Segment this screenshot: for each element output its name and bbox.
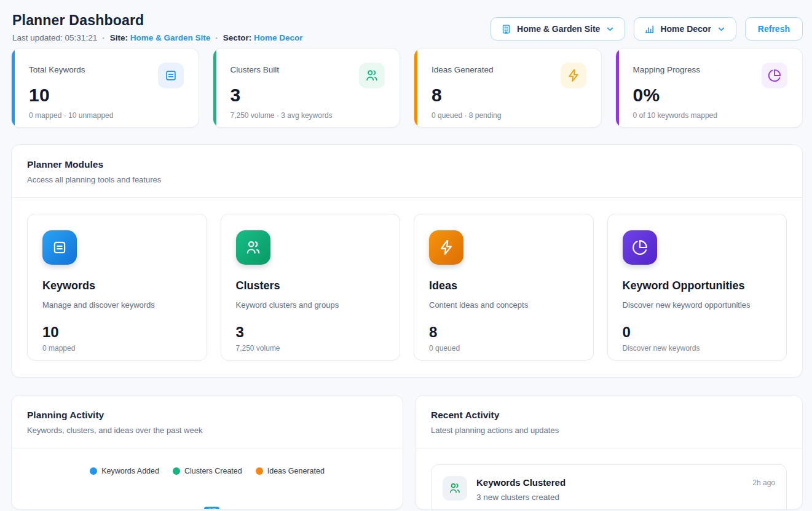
lightning-icon — [561, 63, 586, 88]
module-card-clusters[interactable]: Clusters Keyword clusters and groups 3 7… — [221, 214, 401, 361]
sector-link[interactable]: Home Decor — [254, 33, 303, 42]
module-subtext: 0 mapped — [42, 344, 192, 353]
planning-activity-subtitle: Keywords, clusters, and ideas over the p… — [27, 426, 387, 435]
recent-activity-subtitle: Latest planning actions and updates — [431, 426, 787, 435]
header-left: Planner Dashboard Last updated: 05:31:21… — [12, 12, 303, 42]
module-subtext: Discover new keywords — [623, 344, 772, 353]
chevron-down-icon — [717, 25, 726, 34]
sector-selector-button[interactable]: Home Decor — [634, 17, 736, 41]
module-card-keyword-opportunities[interactable]: Keyword Opportunities Discover new keywo… — [607, 214, 787, 361]
activity-item-description: 3 new clusters created — [476, 493, 775, 502]
module-title: Clusters — [236, 279, 385, 292]
activity-chart: Keywords Added Clusters Created Ideas Ge… — [12, 467, 403, 510]
modules-title: Planner Modules — [27, 159, 787, 170]
stat-value: 10 — [29, 85, 184, 106]
stat-value: 0% — [633, 85, 788, 106]
chevron-down-icon — [605, 25, 615, 34]
module-value: 3 — [236, 324, 385, 341]
site-selector-button[interactable]: Home & Garden Site — [491, 17, 625, 41]
stat-label: Ideas Generated — [432, 65, 494, 74]
header-actions: Home & Garden Site Home Decor Refresh — [491, 17, 803, 41]
recent-activity-header: Recent Activity Latest planning actions … — [416, 396, 802, 448]
stat-subtext: 0 mapped · 10 unmapped — [29, 111, 184, 120]
stat-card-mapping-progress: Mapping Progress 0% 0 of 10 keywords map… — [615, 48, 803, 128]
stat-subtext: 0 queued · 8 pending — [432, 111, 586, 120]
modules-subtitle: Access all planning tools and features — [27, 175, 787, 184]
document-icon — [158, 63, 184, 88]
stat-value: 8 — [432, 85, 586, 106]
separator-dot: · — [102, 33, 105, 42]
building-icon — [501, 24, 511, 34]
module-title: Ideas — [429, 279, 578, 292]
stat-card-total-keywords: Total Keywords 10 0 mapped · 10 unmapped — [11, 48, 199, 128]
planning-activity-title: Planning Activity — [27, 410, 387, 421]
pie-chart-icon — [623, 230, 657, 265]
module-description: Manage and discover keywords — [42, 300, 192, 310]
last-updated-line: Last updated: 05:31:21 · Site: Home & Ga… — [12, 33, 303, 42]
activity-item-title: Keywords Clustered — [476, 477, 566, 488]
pie-chart-icon — [762, 63, 787, 88]
site-selector-label: Home & Garden Site — [517, 24, 600, 34]
site-link[interactable]: Home & Garden Site — [130, 33, 211, 42]
separator-dot: · — [215, 33, 218, 42]
module-card-keywords[interactable]: Keywords Manage and discover keywords 10… — [27, 214, 207, 361]
planner-dashboard-page: Planner Dashboard Last updated: 05:31:21… — [0, 12, 812, 511]
module-title: Keywords — [42, 279, 192, 292]
module-subtext: 0 queued — [429, 344, 578, 353]
module-value: 8 — [429, 324, 578, 341]
last-updated-label: Last updated: 05:31:21 — [12, 33, 97, 42]
stat-label: Clusters Built — [231, 65, 280, 74]
modules-grid: Keywords Manage and discover keywords 10… — [12, 198, 802, 361]
planning-activity-panel: Planning Activity Keywords, clusters, an… — [11, 395, 403, 510]
recent-activity-title: Recent Activity — [431, 410, 787, 421]
refresh-button[interactable]: Refresh — [745, 17, 803, 41]
planner-modules-panel: Planner Modules Access all planning tool… — [11, 144, 803, 378]
users-icon — [443, 476, 467, 501]
area-series-keywords-added — [12, 467, 403, 510]
module-description: Content ideas and concepts — [429, 300, 578, 310]
module-value: 10 — [42, 324, 192, 341]
activity-item-content: Keywords Clustered 2h ago 3 new clusters… — [476, 476, 775, 502]
stat-card-clusters-built: Clusters Built 3 7,250 volume · 3 avg ke… — [213, 48, 401, 128]
stat-subtext: 0 of 10 keywords mapped — [633, 111, 788, 120]
sector-meta: Sector: Home Decor — [223, 33, 303, 42]
list-item-keywords-clustered: Keywords Clustered 2h ago 3 new clusters… — [431, 464, 787, 510]
stat-card-ideas-generated: Ideas Generated 8 0 queued · 8 pending — [414, 48, 602, 128]
users-icon — [359, 63, 385, 88]
stat-label: Total Keywords — [29, 65, 85, 74]
stats-row: Total Keywords 10 0 mapped · 10 unmapped… — [11, 48, 803, 128]
page-header: Planner Dashboard Last updated: 05:31:21… — [12, 12, 803, 42]
data-point-label: 25 — [204, 507, 219, 510]
stat-subtext: 7,250 volume · 3 avg keywords — [231, 111, 385, 120]
stat-value: 3 — [231, 85, 385, 106]
sector-selector-label: Home Decor — [660, 24, 711, 34]
module-title: Keyword Opportunities — [623, 279, 772, 292]
modules-panel-header: Planner Modules Access all planning tool… — [12, 145, 802, 198]
module-description: Discover new keyword opportunities — [623, 300, 772, 310]
lightning-icon — [429, 230, 463, 265]
users-icon — [236, 230, 270, 265]
planning-activity-header: Planning Activity Keywords, clusters, an… — [12, 396, 403, 448]
module-subtext: 7,250 volume — [236, 344, 385, 353]
page-title: Planner Dashboard — [12, 12, 303, 29]
document-icon — [42, 230, 77, 265]
module-card-ideas[interactable]: Ideas Content ideas and concepts 8 0 que… — [414, 214, 594, 361]
bar-chart-icon — [644, 24, 655, 34]
activity-item-timestamp: 2h ago — [752, 478, 775, 487]
site-meta: Site: Home & Garden Site — [110, 33, 211, 42]
module-description: Keyword clusters and groups — [236, 300, 385, 310]
recent-activity-panel: Recent Activity Latest planning actions … — [415, 395, 803, 510]
recent-activity-list: Keywords Clustered 2h ago 3 new clusters… — [416, 448, 802, 510]
bottom-row: Planning Activity Keywords, clusters, an… — [11, 395, 803, 510]
module-value: 0 — [623, 324, 772, 341]
stat-label: Mapping Progress — [633, 65, 701, 74]
